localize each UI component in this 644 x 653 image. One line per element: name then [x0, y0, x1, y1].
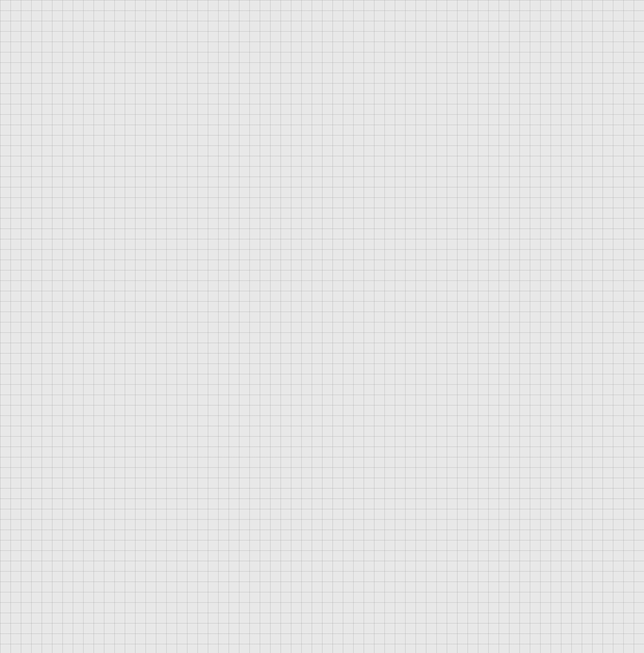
diagram-canvas	[0, 0, 644, 653]
connections-svg	[0, 0, 644, 653]
